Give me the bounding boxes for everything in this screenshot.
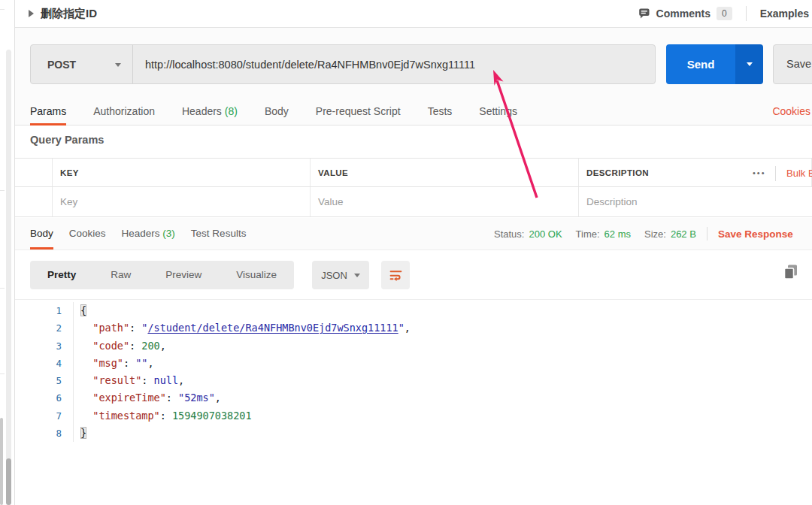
tab-body[interactable]: Body — [265, 98, 289, 125]
tab-label: Headers — [122, 228, 160, 239]
view-mode-raw[interactable]: Raw — [93, 261, 148, 289]
header-actions: Comments 0 Examples — [638, 0, 809, 27]
code-token: , — [178, 374, 184, 386]
code-line: "path": "/student/delete/Ra4NFHMBnv0Ejd7… — [74, 319, 411, 337]
code-line-row: 6 "expireTime": "52ms", — [15, 389, 812, 407]
tab-authorization[interactable]: Authorization — [93, 98, 155, 125]
code-token — [80, 322, 92, 334]
description-column-header: DESCRIPTION — [579, 159, 812, 186]
more-options-icon[interactable]: ••• — [753, 159, 766, 188]
code-line: "expireTime": "52ms", — [74, 389, 221, 407]
request-tabs: Params Authorization Headers (8) Body Pr… — [15, 98, 812, 125]
view-mode-visualize[interactable]: Visualize — [219, 261, 294, 289]
line-number: 7 — [15, 407, 74, 425]
tab-response-cookies[interactable]: Cookies — [69, 218, 106, 249]
url-bar: POST http://localhost:8080/student/delet… — [30, 44, 656, 84]
expand-caret-icon[interactable] — [29, 10, 34, 17]
send-button-label[interactable]: Send — [666, 44, 735, 84]
view-mode-pretty[interactable]: Pretty — [30, 261, 93, 289]
divider — [746, 6, 747, 21]
send-button[interactable]: Send — [666, 44, 763, 84]
code-line-row: 1{ — [15, 302, 812, 319]
tab-label: Body — [30, 228, 53, 239]
tab-settings[interactable]: Settings — [479, 98, 517, 125]
comments-count-badge: 0 — [717, 7, 732, 20]
line-number: 3 — [15, 337, 74, 355]
line-number: 2 — [15, 319, 74, 337]
json-url-link[interactable]: /student/delete/Ra4NFHMBnv0Ejd7wSnxg1111… — [147, 322, 398, 334]
cookies-link[interactable]: Cookies — [772, 98, 810, 125]
save-button[interactable]: Save — [773, 44, 812, 84]
view-mode-preview[interactable]: Preview — [148, 261, 219, 289]
sidebar-divider — [0, 288, 5, 289]
code-token: "msg" — [92, 357, 123, 369]
code-token: : — [129, 340, 141, 352]
send-options-button[interactable] — [735, 44, 763, 84]
code-token: , — [147, 357, 153, 369]
code-token: "" — [135, 357, 147, 369]
key-input[interactable]: Key — [53, 187, 311, 216]
key-column-header: KEY — [53, 159, 311, 186]
query-params-table: KEY VALUE DESCRIPTION ••• Bulk Edit Key … — [15, 158, 812, 217]
code-line: "msg": "", — [74, 355, 154, 372]
tab-pre-request-script[interactable]: Pre-request Script — [316, 98, 401, 125]
table-row: Key Value Description — [15, 187, 812, 217]
code-line-row: 2 "path": "/student/delete/Ra4NFHMBnv0Ej… — [15, 319, 812, 337]
table-header-row: KEY VALUE DESCRIPTION ••• Bulk Edit — [15, 158, 812, 187]
value-input[interactable]: Value — [311, 187, 579, 216]
copy-button[interactable] — [782, 263, 800, 281]
save-response-button[interactable]: Save Response — [718, 228, 793, 240]
request-panel: 删除指定ID Comments 0 Examples POST htt — [15, 0, 812, 505]
tab-label: Cookies — [69, 228, 106, 239]
json-code-lines: 1{2 "path": "/student/delete/Ra4NFHMBnv0… — [15, 302, 812, 442]
code-line: { — [74, 302, 86, 319]
tab-params[interactable]: Params — [30, 98, 66, 125]
status-label: Status: — [494, 228, 524, 240]
panel-scrollbar-thumb[interactable] — [6, 458, 11, 505]
time-value: 62 ms — [604, 228, 631, 240]
code-token — [80, 392, 92, 404]
tab-response-headers[interactable]: Headers (3) — [122, 218, 175, 249]
code-token — [80, 374, 92, 386]
method-select[interactable]: POST — [31, 45, 132, 83]
code-token: "code" — [92, 340, 129, 352]
response-toolbar: Pretty Raw Preview Visualize JSON — [15, 261, 812, 289]
tab-tests[interactable]: Tests — [428, 98, 453, 125]
response-meta: Status: 200 OK Time: 62 ms Size: 262 B S… — [494, 218, 793, 249]
select-column-header — [15, 159, 53, 186]
code-line-row: 8} — [15, 425, 812, 442]
tab-label: Params — [30, 105, 66, 117]
row-select-cell[interactable] — [15, 187, 53, 216]
code-token: "timestamp" — [92, 410, 159, 422]
comments-button[interactable]: Comments 0 — [638, 7, 732, 20]
comments-label: Comments — [656, 8, 710, 20]
code-token: : — [129, 322, 141, 334]
chevron-down-icon — [747, 62, 753, 66]
code-token: } — [80, 427, 86, 439]
response-body-viewer: 1{2 "path": "/student/delete/Ra4NFHMBnv0… — [15, 299, 812, 442]
code-token: 200 — [141, 340, 159, 352]
size-label: Size: — [644, 228, 666, 240]
response-header: Body Cookies Headers (3) Test Results St… — [15, 218, 812, 250]
url-input[interactable]: http://localhost:8080/student/delete/Ra4… — [133, 45, 655, 83]
examples-button[interactable]: Examples — [760, 8, 809, 20]
query-params-title: Query Params — [30, 134, 104, 146]
bulk-edit-link[interactable]: Bulk Edit — [786, 159, 812, 188]
format-select[interactable]: JSON — [312, 261, 369, 289]
code-line-row: 4 "msg": "", — [15, 355, 812, 372]
tab-headers[interactable]: Headers (8) — [182, 98, 238, 125]
code-token: , — [160, 340, 166, 352]
code-token — [80, 340, 92, 352]
line-number: 8 — [15, 425, 74, 442]
tab-label: Test Results — [191, 228, 247, 239]
sidebar-scrollbar-thumb[interactable] — [0, 418, 3, 505]
wrap-lines-button[interactable] — [381, 261, 410, 289]
code-line: } — [74, 425, 86, 442]
description-input[interactable]: Description — [579, 187, 812, 216]
format-value: JSON — [321, 270, 347, 281]
chevron-down-icon — [354, 274, 360, 277]
tab-response-body[interactable]: Body — [30, 218, 53, 249]
tab-test-results[interactable]: Test Results — [191, 218, 247, 249]
code-token: , — [215, 392, 221, 404]
request-title-group: 删除指定ID — [29, 0, 97, 27]
